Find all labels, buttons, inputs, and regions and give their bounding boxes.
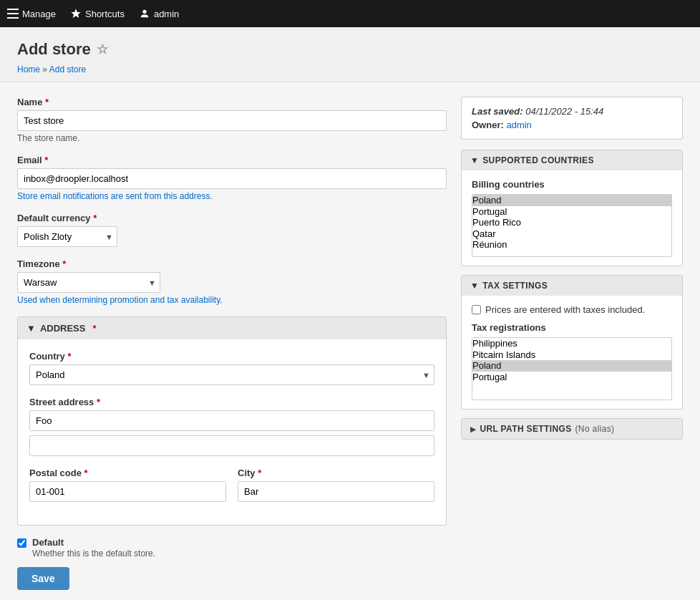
country-select-wrapper: Poland Germany France United Kingdom Uni… — [29, 364, 434, 385]
list-item[interactable]: Poland — [472, 360, 671, 372]
default-checkbox-label: Default Whether this is the default stor… — [32, 537, 155, 558]
manage-menu[interactable]: Manage — [7, 9, 56, 19]
list-item[interactable]: Qatar — [472, 228, 671, 240]
supported-countries-body: Billing countries Poland Portugal Puerto… — [462, 170, 682, 266]
tax-included-label: Prices are entered with taxes included. — [485, 304, 645, 315]
postal-input[interactable] — [29, 481, 226, 502]
default-checkbox[interactable] — [17, 538, 26, 548]
name-field-group: Name * The store name. — [17, 97, 447, 143]
address-section-header[interactable]: ADDRESS * — [18, 317, 446, 339]
list-item[interactable]: Poland — [472, 195, 671, 206]
svg-rect-1 — [7, 13, 19, 14]
address-required: * — [92, 323, 96, 334]
list-item[interactable]: Réunion — [472, 239, 671, 251]
tax-settings-body: Prices are entered with taxes included. … — [462, 296, 682, 409]
tax-registrations-list[interactable]: Philippines Pitcairn Islands Poland Port… — [472, 337, 672, 400]
breadcrumb: Home » Add store — [17, 64, 683, 74]
admin-label: admin — [154, 9, 179, 19]
timezone-required: * — [62, 258, 66, 269]
billing-countries-label: Billing countries — [472, 179, 672, 190]
email-input[interactable] — [17, 168, 447, 189]
email-field-group: Email * Store email notifications are se… — [17, 155, 447, 201]
email-required: * — [44, 155, 48, 165]
tax-settings-header[interactable]: TAX SETTINGS — [462, 276, 682, 296]
name-help: The store name. — [17, 133, 447, 143]
menu-icon — [7, 9, 19, 19]
svg-rect-2 — [7, 17, 19, 19]
timezone-label: Timezone * — [17, 258, 447, 269]
list-item[interactable]: Pitcairn Islands — [472, 349, 671, 361]
address-section: ADDRESS * Country * Poland Germany Franc… — [17, 316, 447, 526]
manage-label: Manage — [22, 9, 56, 19]
tax-checkbox-row: Prices are entered with taxes included. — [472, 304, 672, 315]
info-box: Last saved: 04/11/2022 - 15:44 Owner: ad… — [461, 97, 683, 140]
street-input-2[interactable] — [29, 435, 434, 456]
svg-point-4 — [142, 10, 146, 14]
url-path-header[interactable]: URL PATH SETTINGS (No alias) — [462, 419, 682, 439]
country-field-group: Country * Poland Germany France United K… — [29, 351, 434, 385]
tax-registrations-label: Tax registrations — [472, 322, 672, 333]
postal-field-group: Postal code * — [29, 468, 226, 502]
city-input[interactable] — [238, 481, 434, 502]
owner: Owner: admin — [472, 120, 672, 130]
svg-marker-3 — [71, 9, 80, 18]
admin-menu[interactable]: admin — [139, 8, 179, 19]
name-required: * — [45, 97, 49, 107]
right-column: Last saved: 04/11/2022 - 15:44 Owner: ad… — [461, 97, 683, 448]
postal-city-row: Postal code * City * — [29, 468, 434, 513]
tax-settings-section: TAX SETTINGS Prices are entered with tax… — [461, 275, 683, 410]
name-input[interactable] — [17, 110, 447, 131]
star-icon — [70, 8, 82, 19]
email-help: Store email notifications are sent from … — [17, 191, 447, 201]
supported-countries-section: SUPPORTED COUNTRIES Billing countries Po… — [461, 150, 683, 266]
topnav: Manage Shortcuts admin — [0, 0, 700, 27]
timezone-help: Used when determining promotion and tax … — [17, 295, 447, 305]
postal-label: Postal code * — [29, 468, 226, 478]
currency-select-wrapper: Polish Zloty US Dollar Euro British Poun… — [17, 226, 117, 247]
user-icon — [139, 8, 150, 19]
city-label: City * — [238, 468, 434, 478]
shortcuts-label: Shortcuts — [85, 9, 125, 19]
city-required: * — [258, 468, 261, 478]
email-label: Email * — [17, 155, 447, 165]
timezone-select[interactable]: Warsaw UTC London New York — [17, 272, 160, 293]
main-content: Name * The store name. Email * Store ema… — [0, 82, 700, 600]
tax-settings-collapse-icon — [470, 281, 479, 291]
country-label: Country * — [29, 351, 434, 362]
url-path-expand-icon — [470, 425, 476, 433]
supported-countries-header[interactable]: SUPPORTED COUNTRIES — [462, 150, 682, 170]
owner-link[interactable]: admin — [506, 120, 531, 130]
country-required: * — [67, 351, 71, 362]
currency-field-group: Default currency * Polish Zloty US Dolla… — [17, 213, 447, 247]
supported-countries-collapse-icon — [470, 155, 479, 165]
list-item[interactable]: Portugal — [472, 206, 671, 218]
currency-select[interactable]: Polish Zloty US Dollar Euro British Poun… — [17, 226, 117, 247]
address-section-body: Country * Poland Germany France United K… — [18, 339, 446, 525]
street-input-1[interactable] — [29, 410, 434, 431]
country-select[interactable]: Poland Germany France United Kingdom Uni… — [29, 364, 434, 385]
svg-rect-0 — [7, 9, 19, 10]
street-label: Street address * — [29, 397, 434, 407]
breadcrumb-current[interactable]: Add store — [49, 64, 86, 74]
currency-required: * — [93, 213, 97, 223]
shortcuts-menu[interactable]: Shortcuts — [70, 8, 125, 19]
list-item[interactable]: Puerto Rico — [472, 217, 671, 228]
currency-label: Default currency * — [17, 213, 447, 223]
tax-included-checkbox[interactable] — [472, 305, 481, 314]
list-item[interactable]: Philippines — [472, 338, 671, 349]
street-required: * — [97, 397, 100, 407]
left-column: Name * The store name. Email * Store ema… — [17, 97, 447, 590]
timezone-field-group: Timezone * Warsaw UTC London New York ▼ … — [17, 258, 447, 305]
breadcrumb-home[interactable]: Home — [17, 64, 40, 74]
city-field-group: City * — [238, 468, 434, 502]
billing-countries-list[interactable]: Poland Portugal Puerto Rico Qatar Réunio… — [472, 194, 672, 257]
page-header: Add store ☆ Home » Add store — [0, 27, 700, 82]
last-saved: Last saved: 04/11/2022 - 15:44 — [472, 106, 672, 117]
url-path-section: URL PATH SETTINGS (No alias) — [461, 418, 683, 440]
list-item[interactable]: Portugal — [472, 372, 671, 383]
name-label: Name * — [17, 97, 447, 107]
postal-required: * — [84, 468, 88, 478]
default-checkbox-row: Default Whether this is the default stor… — [17, 537, 447, 558]
favorite-icon[interactable]: ☆ — [97, 42, 108, 57]
save-button[interactable]: Save — [17, 567, 69, 590]
